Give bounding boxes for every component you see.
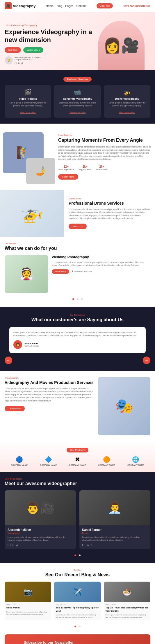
services-grid: 🎬 Video Projects Lorem ipsum is simply d… bbox=[5, 85, 150, 118]
social-youtube[interactable]: yt bbox=[21, 62, 23, 64]
service-dot-3[interactable] bbox=[81, 298, 83, 300]
team-member-1-role: Videographer bbox=[8, 532, 73, 534]
partner-4: 🟠 COMPANY NAME bbox=[98, 456, 115, 466]
service-corporate-link[interactable]: View Demo Video bbox=[70, 111, 85, 113]
hero-social: f t in yt bbox=[15, 62, 41, 64]
about-images: 🧗 🤳 bbox=[0, 129, 58, 184]
nav-contact[interactable]: Contact bbox=[76, 4, 86, 8]
blog-title: See Our Recent Blog & News bbox=[5, 572, 150, 578]
partners-badge: Our Partners bbox=[67, 448, 89, 452]
wedding-learn-more-button[interactable]: Learn More bbox=[52, 269, 69, 274]
social-twitter[interactable]: t bbox=[16, 62, 17, 64]
blog-post-3[interactable]: 🍜 May 23 2022 Top 20 Travel Trip videogr… bbox=[104, 582, 150, 620]
partner-3: ✖ COMPANY NAME bbox=[69, 456, 86, 466]
our-services-label: Our Services bbox=[5, 243, 150, 245]
testimonial-text: Lorem ipsum dolor sit amet, consectetuer… bbox=[13, 331, 142, 337]
team-2-facebook[interactable]: f bbox=[82, 544, 83, 546]
wedding-download-link[interactable]: ⬇ Download Brochure bbox=[72, 270, 92, 273]
team-2-instagram[interactable]: in bbox=[87, 544, 89, 546]
service-video-link[interactable]: View Demo Video bbox=[20, 111, 36, 113]
drone-desc: Lorem ipsum dolor sit amet, consectetuer… bbox=[69, 208, 150, 220]
drone-image: 🚁 bbox=[0, 190, 64, 237]
partner-2: 🔷 COMPANY NAME bbox=[40, 456, 57, 466]
team-1-instagram[interactable]: in bbox=[12, 544, 14, 546]
testimonial-navigation: ← → bbox=[5, 357, 150, 364]
blog-post-1[interactable]: 📷 May 23 2022 Hello world! Lorem ipsum d… bbox=[5, 582, 51, 620]
drone-content: Event Cinema Professional Drone Services… bbox=[64, 192, 155, 235]
drone-emoji: 🚁 bbox=[21, 203, 43, 224]
nav-blog[interactable]: Blog bbox=[56, 4, 62, 8]
partner-5-name: COMPANY NAME bbox=[127, 464, 144, 466]
testimonial-author: 👩 Sonia Jonas CEO & Founder bbox=[13, 340, 142, 349]
nav-home[interactable]: Home bbox=[46, 4, 54, 8]
team-member-1-name: Alexander Müller bbox=[8, 528, 73, 531]
service-drone-link[interactable]: View Demo Video bbox=[119, 111, 135, 113]
team-member-2: 👨‍💼 Daniel Farmer Director Lorem ipsum d… bbox=[79, 490, 151, 550]
blog-dot-1[interactable] bbox=[74, 626, 76, 627]
blog-section: Our Blog See Our Recent Blog & News 📷 Ma… bbox=[0, 563, 155, 634]
testimonial-next-button[interactable]: → bbox=[143, 357, 150, 364]
partner-4-icon: 🟠 bbox=[98, 456, 115, 463]
about-learn-more-button[interactable]: Learn More bbox=[58, 174, 78, 180]
team-member-2-social: f t in yt bbox=[82, 544, 148, 546]
partners-logos: 🔵 COMPANY NAME 🔷 COMPANY NAME ✖ COMPANY … bbox=[5, 456, 150, 466]
featured-services-section: Featured Services 🎬 Video Projects Lorem… bbox=[0, 70, 155, 124]
partner-1-icon: 🔵 bbox=[11, 456, 28, 463]
author-role: CEO & Founder bbox=[24, 345, 39, 347]
team-member-2-image: 👨‍💼 bbox=[79, 490, 151, 525]
team-title: Meet our awesome videographer bbox=[5, 481, 150, 486]
hero-get-start-button[interactable]: Get Start bbox=[5, 47, 21, 53]
blog-post-1-desc: Lorem ipsum dolor sit amet, consectetuer… bbox=[6, 611, 49, 616]
testimonials-section: Our Testimonials What our customer's are… bbox=[0, 307, 155, 371]
service-card-video: 🎬 Video Projects Lorem ipsum is simply d… bbox=[5, 85, 51, 118]
about-desc: Lorem ipsum dolor sit amet, consectetuer… bbox=[58, 145, 152, 161]
stat-awards-label: Awards Won bbox=[96, 169, 107, 171]
testimonial-prev-button[interactable]: ← bbox=[5, 357, 12, 364]
service-video-title: Video Projects bbox=[7, 97, 49, 100]
team-1-facebook[interactable]: f bbox=[8, 544, 8, 546]
testimonials-label: Our Testimonials bbox=[5, 314, 150, 316]
service-dot-2[interactable] bbox=[77, 298, 79, 300]
movies-label: Know About Us bbox=[5, 377, 94, 379]
movies-desc: Lorem ipsum dolor sit amet, consectetuer… bbox=[5, 387, 94, 403]
hero-photographer-image: 👩‍🎥 bbox=[98, 21, 145, 70]
team-2-youtube[interactable]: yt bbox=[90, 544, 92, 546]
drone-label: Event Cinema bbox=[69, 198, 150, 200]
service-dots bbox=[5, 296, 150, 301]
social-facebook[interactable]: f bbox=[15, 62, 15, 64]
service-corporate-title: Corporate Videography bbox=[56, 97, 98, 100]
badge-image: 🏆 bbox=[5, 56, 13, 64]
blog-post-3-desc: Lorem ipsum dolor sit amet, consectetuer… bbox=[106, 614, 149, 619]
nav-contact-text: HAVE ANY QUESTIONS? bbox=[123, 5, 150, 7]
nav-pages[interactable]: Pages bbox=[65, 4, 73, 8]
blog-post-2[interactable]: ✈️ May 23 2022 Top 20 Travel Trip videog… bbox=[54, 582, 101, 620]
team-dot-2[interactable] bbox=[79, 554, 81, 556]
blog-post-3-image: 🍜 bbox=[104, 582, 150, 602]
partner-3-name: COMPANY NAME bbox=[69, 464, 86, 466]
partner-4-name: COMPANY NAME bbox=[98, 464, 115, 466]
badge-text: Best videographer of the year bbox=[15, 57, 41, 59]
team-2-twitter[interactable]: t bbox=[85, 544, 85, 546]
team-1-twitter[interactable]: t bbox=[10, 544, 10, 546]
social-instagram[interactable]: in bbox=[18, 62, 20, 64]
team-member-1-image: 👨‍🎥 bbox=[5, 490, 76, 525]
blog-post-1-date: May 23 2022 bbox=[6, 604, 49, 606]
drone-watch-button[interactable]: Watch Us bbox=[69, 224, 87, 229]
nav-logo[interactable]: 🎥 Videography bbox=[5, 2, 36, 9]
stat-awards-number: 26+ bbox=[96, 164, 107, 169]
hero-text: Let's start creating Videography Experie… bbox=[5, 24, 98, 70]
newsletter-title: Subscribe to our Newsletter bbox=[24, 640, 146, 644]
wedding-title: Wedding Photography bbox=[52, 255, 150, 259]
our-services-section: Our Services What we can do for you 👰 We… bbox=[0, 237, 155, 307]
about-section: 🧗 🤳 Know About Us Capturing Moments From… bbox=[0, 124, 155, 190]
hero-section: Let's start creating Videography Experie… bbox=[0, 12, 155, 70]
movies-title: Videography And Movies Production Servic… bbox=[5, 380, 94, 385]
service-dot-1[interactable] bbox=[72, 298, 74, 300]
movies-learn-more-button[interactable]: Learn More bbox=[5, 406, 25, 411]
team-dot-1[interactable] bbox=[74, 554, 76, 556]
team-1-youtube[interactable]: yt bbox=[16, 544, 18, 546]
hero-watch-button[interactable]: Watch Video bbox=[23, 47, 43, 53]
blog-dot-2[interactable] bbox=[79, 626, 81, 627]
team-grid: 👨‍🎥 Alexander Müller Videographer Lorem … bbox=[5, 490, 150, 550]
nav-cta-button[interactable]: Get Free bbox=[97, 3, 113, 8]
